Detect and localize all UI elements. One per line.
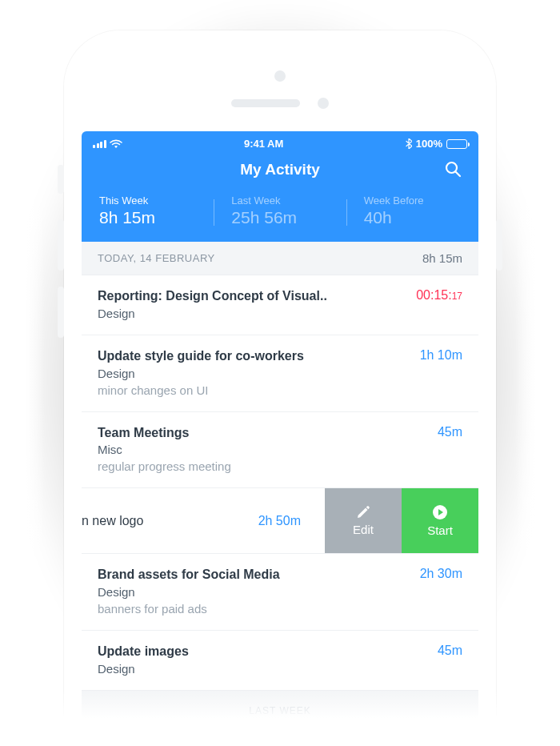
phone-earpiece-area xyxy=(82,48,478,131)
entry-title: Update style guide for co-workers xyxy=(98,348,304,365)
speaker-slot xyxy=(231,99,300,107)
section-header-today: TODAY, 14 FEBRUARY 8h 15m xyxy=(82,242,478,275)
summary-value: 40h xyxy=(364,208,461,227)
edit-label: Edit xyxy=(353,523,374,536)
entry-project: Design xyxy=(98,585,462,599)
entry-duration: 45m xyxy=(438,644,462,658)
section-label: LAST WEEK xyxy=(249,705,310,716)
entry-duration: 1h 10m xyxy=(420,348,462,363)
summary-week-before[interactable]: Week Before 40h xyxy=(346,195,478,227)
summary-value: 25h 56m xyxy=(231,208,328,227)
entry-note: regular progress meeting xyxy=(98,459,462,473)
activity-entry[interactable]: Update images 45m Design xyxy=(82,631,478,691)
entry-project: Design xyxy=(98,307,462,320)
summary-last-week[interactable]: Last Week 25h 56m xyxy=(214,195,346,227)
activity-entry-swiped[interactable]: n new logo 2h 50m Edit Start xyxy=(82,488,478,554)
cellular-signal-icon xyxy=(93,139,106,148)
entry-project: Design xyxy=(98,367,462,380)
entry-note: minor changes on UI xyxy=(98,383,462,397)
bluetooth-icon xyxy=(406,138,412,149)
entry-title: Team Meetings xyxy=(98,425,189,442)
search-icon xyxy=(444,160,462,178)
section-header-last-week: LAST WEEK xyxy=(82,691,478,726)
status-bar: 9:41 AM 100% xyxy=(82,131,478,153)
status-time: 9:41 AM xyxy=(244,138,283,150)
battery-icon xyxy=(446,139,467,149)
sensor-dot xyxy=(318,98,329,109)
summary-this-week[interactable]: This Week 8h 15m xyxy=(82,195,214,227)
start-button[interactable]: Start xyxy=(402,488,478,553)
edit-button[interactable]: Edit xyxy=(325,488,402,553)
svg-line-1 xyxy=(456,172,461,177)
phone-frame: 9:41 AM 100% My Activity xyxy=(64,30,496,740)
activity-entry[interactable]: Brand assets for Social Media 2h 30m Des… xyxy=(82,554,478,631)
entry-running-timer: 00:15:17 xyxy=(416,288,462,303)
entry-project: Misc xyxy=(98,443,462,456)
entry-title: Reporting: Design Concept of Visual.. xyxy=(98,288,327,305)
summary-label: Week Before xyxy=(364,195,461,207)
battery-percent: 100% xyxy=(416,138,442,150)
entry-title: Update images xyxy=(98,644,189,660)
summary-label: Last Week xyxy=(231,195,328,207)
entry-title-partial: n new logo xyxy=(82,514,143,528)
camera-dot xyxy=(274,70,286,82)
app-header: 9:41 AM 100% My Activity xyxy=(82,131,478,242)
activity-entry[interactable]: Update style guide for co-workers 1h 10m… xyxy=(82,335,478,412)
summary-label: This Week xyxy=(99,195,196,207)
entry-duration: 45m xyxy=(438,425,462,439)
entry-duration: 2h 30m xyxy=(420,567,462,581)
volume-down-button xyxy=(58,287,64,338)
section-date-label: TODAY, 14 FEBRUARY xyxy=(98,252,215,264)
entry-duration: 2h 50m xyxy=(258,514,301,528)
section-total: 8h 15m xyxy=(422,251,462,265)
play-circle-icon xyxy=(432,504,448,520)
volume-up-button xyxy=(58,219,64,271)
entry-note: banners for paid ads xyxy=(98,602,462,616)
activity-entry[interactable]: Team Meetings 45m Misc regular progress … xyxy=(82,412,478,489)
week-summary-row: This Week 8h 15m Last Week 25h 56m Week … xyxy=(82,190,478,242)
activity-entry[interactable]: Reporting: Design Concept of Visual.. 00… xyxy=(82,275,478,335)
power-button xyxy=(496,219,502,271)
start-label: Start xyxy=(427,523,453,537)
entry-title: Brand assets for Social Media xyxy=(98,567,280,584)
pencil-icon xyxy=(356,505,370,519)
entry-project: Design xyxy=(98,662,462,676)
search-button[interactable] xyxy=(442,158,464,180)
summary-value: 8h 15m xyxy=(99,208,196,227)
mute-switch xyxy=(58,165,64,194)
app-screen: 9:41 AM 100% My Activity xyxy=(82,131,478,740)
wifi-icon xyxy=(110,139,122,149)
page-title: My Activity xyxy=(240,161,320,178)
activity-list[interactable]: Reporting: Design Concept of Visual.. 00… xyxy=(82,275,478,740)
